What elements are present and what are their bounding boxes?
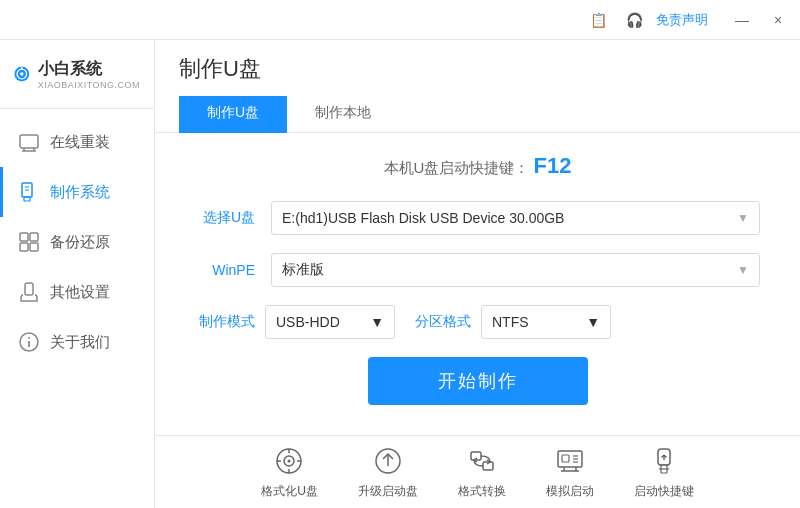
select-udisk-arrow: ▼ <box>737 211 749 225</box>
svg-rect-16 <box>25 283 33 295</box>
disclaimer-link[interactable]: 免责声明 <box>656 11 708 29</box>
svg-rect-4 <box>20 135 38 148</box>
partition-dropdown[interactable]: NTFS ▼ <box>481 305 611 339</box>
tool-upgrade-boot[interactable]: 升级启动盘 <box>358 445 418 500</box>
mode-partition-row: 制作模式 USB-HDD ▼ 分区格式 NTFS ▼ <box>195 305 760 339</box>
sidebar-item-about-us[interactable]: 关于我们 <box>0 317 154 367</box>
select-udisk-dropdown[interactable]: E:(hd1)USB Flash Disk USB Device 30.00GB… <box>271 201 760 235</box>
backup-restore-icon <box>18 231 40 253</box>
page-title: 制作U盘 <box>179 54 776 84</box>
make-system-icon <box>18 181 40 203</box>
select-udisk-label: 选择U盘 <box>195 209 255 227</box>
make-mode-label: 制作模式 <box>195 313 255 331</box>
tool-format-udisk-label: 格式化U盘 <box>261 483 318 500</box>
sidebar-item-online-reinstall-label: 在线重装 <box>50 133 110 152</box>
help-icon[interactable]: 📋 <box>584 6 612 34</box>
form-area: 本机U盘启动快捷键： F12 选择U盘 E:(hd1)USB Flash Dis… <box>155 133 800 435</box>
sidebar-item-other-settings-label: 其他设置 <box>50 283 110 302</box>
winpe-dropdown[interactable]: 标准版 ▼ <box>271 253 760 287</box>
bottom-toolbar: 格式化U盘 升级启动盘 <box>155 435 800 508</box>
sidebar-item-make-system-label: 制作系统 <box>50 183 110 202</box>
sidebar-item-backup-restore[interactable]: 备份还原 <box>0 217 154 267</box>
logo-title: 小白系统 <box>38 59 140 80</box>
svg-rect-14 <box>20 243 28 251</box>
winpe-arrow: ▼ <box>737 263 749 277</box>
tool-upgrade-boot-label: 升级启动盘 <box>358 483 418 500</box>
partition-label: 分区格式 <box>411 313 471 331</box>
svg-point-19 <box>28 337 30 339</box>
about-us-icon <box>18 331 40 353</box>
tab-make-udisk[interactable]: 制作U盘 <box>179 96 287 133</box>
tool-boot-shortcut-label: 启动快捷键 <box>634 483 694 500</box>
sidebar-nav: 在线重装 制作系统 <box>0 109 154 508</box>
tool-format-convert[interactable]: 格式转换 <box>458 445 506 500</box>
sidebar-item-online-reinstall[interactable]: 在线重装 <box>0 117 154 167</box>
other-settings-icon <box>18 281 40 303</box>
shortcut-key: F12 <box>534 153 572 178</box>
support-icon[interactable]: 🎧 <box>620 6 648 34</box>
select-udisk-value: E:(hd1)USB Flash Disk USB Device 30.00GB <box>282 210 564 226</box>
main-content: 制作U盘 制作U盘 制作本地 本机U盘启动快捷键： F12 选择U盘 E:(hd… <box>155 40 800 508</box>
tool-format-convert-label: 格式转换 <box>458 483 506 500</box>
logo-subtitle: XIAOBAIXITONG.COM <box>38 80 140 90</box>
svg-rect-15 <box>30 243 38 251</box>
minimize-button[interactable]: — <box>728 6 756 34</box>
partition-arrow: ▼ <box>586 314 600 330</box>
svg-rect-13 <box>30 233 38 241</box>
svg-rect-3 <box>21 67 22 70</box>
content-header: 制作U盘 制作U盘 制作本地 <box>155 40 800 133</box>
tool-format-udisk[interactable]: 格式化U盘 <box>261 445 318 500</box>
start-button[interactable]: 开始制作 <box>368 357 588 405</box>
title-bar-icons: 📋 🎧 免责声明 — × <box>584 6 792 34</box>
make-mode-arrow: ▼ <box>370 314 384 330</box>
winpe-row: WinPE 标准版 ▼ <box>195 253 760 287</box>
svg-rect-12 <box>20 233 28 241</box>
partition-group: 分区格式 NTFS ▼ <box>411 305 611 339</box>
make-mode-group: 制作模式 USB-HDD ▼ <box>195 305 395 339</box>
sidebar-item-other-settings[interactable]: 其他设置 <box>0 267 154 317</box>
svg-rect-34 <box>562 455 569 462</box>
sidebar-item-about-us-label: 关于我们 <box>50 333 110 352</box>
tool-boot-shortcut[interactable]: 启动快捷键 <box>634 445 694 500</box>
sidebar: 小白系统 XIAOBAIXITONG.COM 在线重装 <box>0 40 155 508</box>
winpe-value: 标准版 <box>282 261 324 279</box>
format-udisk-icon <box>273 445 305 477</box>
upgrade-boot-icon <box>372 445 404 477</box>
tab-bar: 制作U盘 制作本地 <box>179 96 776 132</box>
sidebar-item-make-system[interactable]: 制作系统 <box>0 167 154 217</box>
select-udisk-row: 选择U盘 E:(hd1)USB Flash Disk USB Device 30… <box>195 201 760 235</box>
simulate-boot-icon <box>554 445 586 477</box>
logo-icon <box>14 56 30 92</box>
tool-simulate-boot[interactable]: 模拟启动 <box>546 445 594 500</box>
shortcut-hint: 本机U盘启动快捷键： F12 <box>195 153 760 179</box>
svg-point-2 <box>20 72 23 75</box>
svg-point-22 <box>288 459 291 462</box>
online-reinstall-icon <box>18 131 40 153</box>
logo-area: 小白系统 XIAOBAIXITONG.COM <box>0 40 154 109</box>
close-button[interactable]: × <box>764 6 792 34</box>
partition-value: NTFS <box>492 314 529 330</box>
winpe-label: WinPE <box>195 262 255 278</box>
title-bar: 📋 🎧 免责声明 — × <box>0 0 800 40</box>
logo-text: 小白系统 XIAOBAIXITONG.COM <box>38 59 140 90</box>
make-mode-value: USB-HDD <box>276 314 340 330</box>
boot-shortcut-icon <box>648 445 680 477</box>
tab-make-local[interactable]: 制作本地 <box>287 96 399 133</box>
app-body: 小白系统 XIAOBAIXITONG.COM 在线重装 <box>0 40 800 508</box>
shortcut-label: 本机U盘启动快捷键： <box>384 159 530 176</box>
make-mode-dropdown[interactable]: USB-HDD ▼ <box>265 305 395 339</box>
sidebar-item-backup-restore-label: 备份还原 <box>50 233 110 252</box>
format-convert-icon <box>466 445 498 477</box>
tool-simulate-boot-label: 模拟启动 <box>546 483 594 500</box>
